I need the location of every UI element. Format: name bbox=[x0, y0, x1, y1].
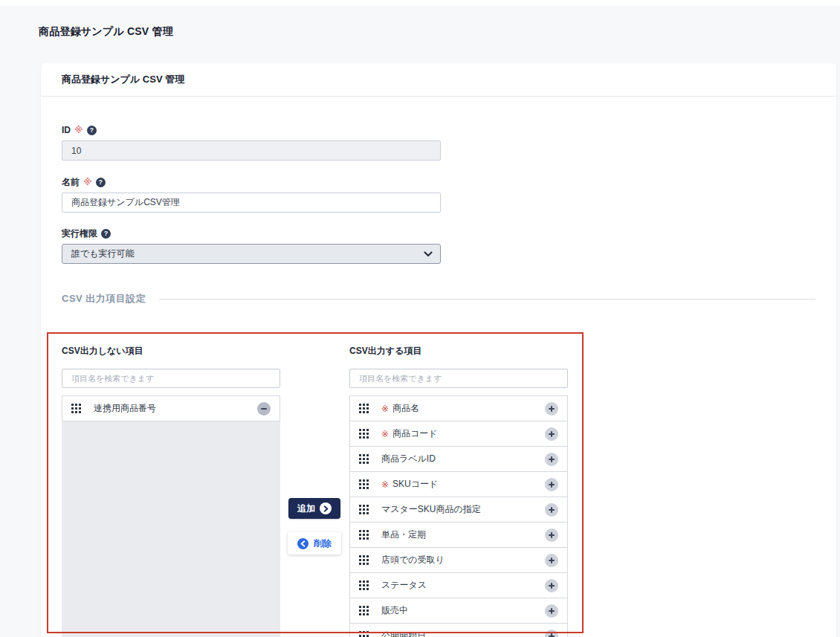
remove-button[interactable]: 削除 bbox=[288, 532, 341, 554]
list-item[interactable]: ※商品コード bbox=[349, 421, 568, 447]
item-label: ステータス bbox=[381, 579, 427, 592]
id-input[interactable] bbox=[62, 140, 441, 161]
drag-handle-icon[interactable] bbox=[359, 404, 369, 413]
item-label: SKUコード bbox=[392, 478, 438, 491]
remove-button-label: 削除 bbox=[314, 537, 332, 550]
csv-output-settings-section: CSV 出力項目設定 bbox=[62, 292, 815, 305]
drag-handle-icon[interactable] bbox=[359, 530, 369, 540]
required-marker: ※ bbox=[381, 404, 389, 414]
included-column: CSV出力する項目 ※商品名※商品コード商品ラベルID※SKUコードマスターSK… bbox=[349, 346, 568, 637]
item-label: 連携用商品番号 bbox=[94, 402, 156, 415]
add-item-button[interactable] bbox=[545, 604, 558, 618]
included-search-input[interactable] bbox=[349, 369, 568, 388]
id-label-row: ID ※ bbox=[62, 126, 815, 135]
required-marker: ※ bbox=[83, 178, 92, 187]
card-body: ID ※ 名前 ※ 実行権限 誰でも実行可能 bbox=[41, 126, 836, 637]
add-item-button[interactable] bbox=[545, 478, 558, 491]
list-item[interactable]: ステータス bbox=[349, 572, 568, 598]
help-icon[interactable] bbox=[87, 126, 97, 135]
page-title: 商品登録サンプル CSV 管理 bbox=[39, 25, 173, 39]
arrow-left-icon bbox=[297, 538, 308, 549]
id-label: ID bbox=[62, 126, 71, 135]
add-button-label: 追加 bbox=[297, 502, 315, 515]
section-title: CSV 出力項目設定 bbox=[62, 292, 146, 305]
permission-select[interactable]: 誰でも実行可能 bbox=[62, 244, 441, 264]
list-item[interactable]: 店頭での受取り bbox=[349, 547, 568, 573]
required-marker: ※ bbox=[74, 126, 83, 135]
list-item[interactable]: 連携用商品番号 bbox=[62, 395, 280, 421]
item-label: マスターSKU商品の指定 bbox=[381, 503, 481, 516]
permission-selected-value: 誰でも実行可能 bbox=[71, 248, 135, 260]
drag-handle-icon[interactable] bbox=[359, 505, 369, 514]
list-item[interactable]: ※商品名 bbox=[349, 395, 568, 421]
item-label: 店頭での受取り bbox=[381, 554, 445, 566]
transfer-area: CSV出力しない項目 連携用商品番号 追加 bbox=[62, 332, 815, 637]
item-label: 単品・定期 bbox=[381, 528, 426, 541]
permission-label: 実行権限 bbox=[62, 229, 97, 239]
drag-handle-icon[interactable] bbox=[359, 581, 369, 590]
item-label: 商品名 bbox=[392, 402, 419, 415]
drag-handle-icon[interactable] bbox=[359, 606, 369, 615]
item-label: 商品ラベルID bbox=[381, 453, 436, 465]
included-item-list: ※商品名※商品コード商品ラベルID※SKUコードマスターSKU商品の指定単品・定… bbox=[349, 395, 568, 637]
list-item[interactable]: 公開開始日 bbox=[349, 623, 568, 637]
drag-handle-icon[interactable] bbox=[359, 631, 369, 637]
name-input[interactable] bbox=[62, 193, 441, 213]
add-item-button[interactable] bbox=[545, 630, 558, 637]
excluded-item-list: 連携用商品番号 bbox=[62, 395, 280, 637]
add-item-button[interactable] bbox=[545, 554, 558, 567]
add-button[interactable]: 追加 bbox=[288, 498, 340, 519]
drag-handle-icon[interactable] bbox=[359, 429, 369, 439]
card-header: 商品登録サンプル CSV 管理 bbox=[41, 63, 836, 97]
add-item-button[interactable] bbox=[545, 453, 558, 466]
id-field-group: ID ※ bbox=[62, 126, 815, 161]
item-label: 販売中 bbox=[381, 604, 408, 617]
section-divider bbox=[159, 299, 815, 300]
drag-handle-icon[interactable] bbox=[71, 404, 81, 413]
excluded-search-input[interactable] bbox=[62, 369, 280, 388]
top-strip bbox=[0, 0, 840, 6]
list-item[interactable]: 商品ラベルID bbox=[349, 446, 568, 472]
required-marker: ※ bbox=[381, 429, 389, 439]
name-label-row: 名前 ※ bbox=[62, 178, 815, 187]
add-item-button[interactable] bbox=[545, 528, 558, 542]
help-icon[interactable] bbox=[96, 178, 106, 187]
list-item[interactable]: ※SKUコード bbox=[349, 471, 568, 497]
excluded-column-header: CSV出力しない項目 bbox=[62, 346, 280, 356]
add-item-button[interactable] bbox=[545, 402, 558, 415]
remove-item-button[interactable] bbox=[257, 402, 271, 415]
arrow-right-icon bbox=[320, 502, 332, 514]
card-title: 商品登録サンプル CSV 管理 bbox=[62, 73, 184, 86]
settings-card: 商品登録サンプル CSV 管理 ID ※ 名前 ※ 実行権限 bbox=[41, 63, 836, 637]
add-item-button[interactable] bbox=[545, 579, 558, 592]
list-item[interactable]: マスターSKU商品の指定 bbox=[349, 497, 568, 523]
drag-handle-icon[interactable] bbox=[359, 454, 369, 464]
permission-field-group: 実行権限 誰でも実行可能 bbox=[62, 229, 815, 264]
transfer-buttons-column: 追加 削除 bbox=[288, 346, 341, 637]
item-label: 公開開始日 bbox=[381, 630, 426, 637]
excluded-column: CSV出力しない項目 連携用商品番号 bbox=[62, 346, 280, 637]
name-label: 名前 bbox=[62, 178, 80, 187]
chevron-down-icon bbox=[424, 251, 433, 257]
add-item-button[interactable] bbox=[545, 503, 558, 517]
list-item[interactable]: 単品・定期 bbox=[349, 522, 568, 548]
drag-handle-icon[interactable] bbox=[359, 555, 369, 565]
name-field-group: 名前 ※ bbox=[62, 178, 815, 213]
help-icon[interactable] bbox=[101, 229, 111, 239]
permission-label-row: 実行権限 bbox=[62, 229, 815, 239]
item-label: 商品コード bbox=[392, 427, 438, 440]
required-marker: ※ bbox=[381, 479, 389, 490]
list-item[interactable]: 販売中 bbox=[349, 598, 568, 624]
included-column-header: CSV出力する項目 bbox=[349, 346, 568, 356]
add-item-button[interactable] bbox=[545, 427, 558, 441]
drag-handle-icon[interactable] bbox=[359, 479, 369, 489]
